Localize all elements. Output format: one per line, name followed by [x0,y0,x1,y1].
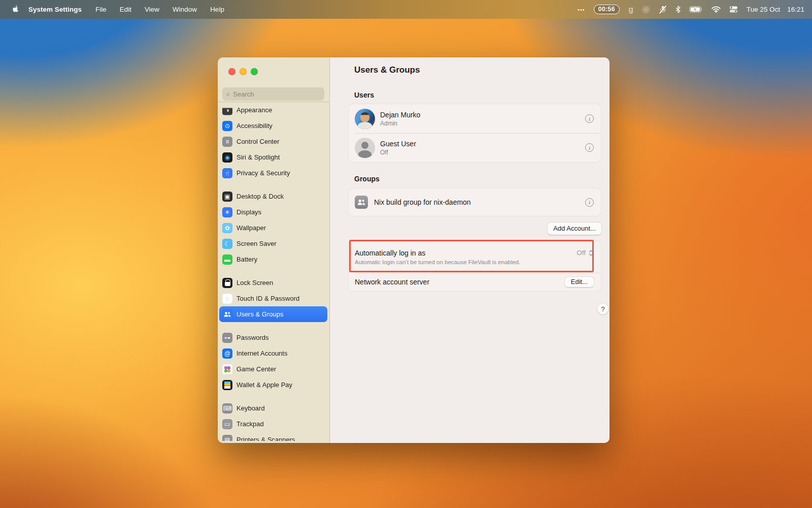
sidebar-item-label: Printers & Scanners [236,436,295,441]
login-options-card: Automatically log in as Off Automatic lo… [348,240,601,292]
sidebar-item-label: Wallet & Apple Pay [236,381,292,389]
sidebar-item-screen-saver[interactable]: ☾Screen Saver [219,236,327,251]
group-row[interactable]: Nix build group for nix-daemoni [349,188,601,216]
airplay-status-icon[interactable] [642,6,650,14]
network-server-label: Network account server [355,278,429,286]
bluetooth-icon[interactable] [675,6,681,13]
menu-bar: System Settings FileEditViewWindowHelp •… [0,0,812,19]
info-icon[interactable]: i [585,198,594,207]
edit-network-server-button[interactable]: Edit... [565,277,594,287]
sidebar-item-label: Lock Screen [236,279,273,287]
sidebar-item-label: Siri & Spotlight [236,153,280,161]
auto-login-value: Off [577,249,586,257]
auto-login-label: Automatically log in as [355,249,425,257]
sidebar-item-label: Wallpaper [236,224,266,232]
sidebar-item-label: Passwords [236,334,269,341]
auto-login-note: Automatic login can’t be turned on becau… [355,259,594,265]
help-button[interactable]: ? [597,303,608,314]
menubar-clock[interactable]: Tue 25 Oct 16:21 [747,6,804,13]
sidebar-item-label: Internet Accounts [236,350,287,357]
battery-icon: ▬ [222,255,232,265]
screen-recording-timer[interactable]: 00:56 [594,5,620,14]
passwords-icon: ⊶ [222,333,232,343]
sidebar-item-label: Displays [236,208,261,216]
sidebar-item-label: Touch ID & Password [236,295,299,302]
sidebar-search[interactable]: ⌕ [222,87,324,101]
screen-saver-icon: ☾ [222,239,232,249]
sidebar-list: ◑Appearance⊙Accessibility≡Control Center… [219,100,327,441]
sidebar-item-displays[interactable]: ☀Displays [219,204,327,220]
sidebar-item-battery[interactable]: ▬Battery [219,251,327,267]
sidebar-item-wallet-apple-pay[interactable]: Wallet & Apple Pay [219,377,327,393]
apple-menu[interactable] [7,5,22,14]
sidebar-item-appearance[interactable]: ◑Appearance [219,102,327,118]
user-row-dejan-murko[interactable]: Dejan MurkoAdmini [349,104,601,133]
desktop-wallpaper: System Settings FileEditViewWindowHelp •… [0,0,812,508]
menu-window[interactable]: Window [166,6,204,13]
control-center-icon[interactable] [729,6,738,13]
more-status-icon[interactable]: ••• [578,7,585,13]
wifi-icon[interactable] [712,6,721,13]
sidebar-item-accessibility[interactable]: ⊙Accessibility [219,118,327,134]
group-icon [355,196,368,209]
sidebar-item-printers-scanners[interactable]: ▤Printers & Scanners [219,432,327,441]
sidebar-item-siri-spotlight[interactable]: ◉Siri & Spotlight [219,149,327,165]
user-row-guest-user[interactable]: Guest UserOffi [349,133,601,162]
auto-login-row: Automatically log in as Off Automatic lo… [349,241,601,273]
sidebar-item-label: Accessibility [236,122,273,130]
user-name: Guest User [380,140,416,148]
zoom-button[interactable] [251,68,258,75]
menubar-time: 16:21 [787,6,804,13]
users-card: Dejan MurkoAdminiGuest UserOffi [348,104,601,163]
users-section-header: Users [354,91,601,99]
apple-logo-icon [11,5,19,14]
sidebar-item-desktop-dock[interactable]: ▣Desktop & Dock [219,188,327,204]
sidebar-item-game-center[interactable]: Game Center [219,361,327,377]
menu-help[interactable]: Help [204,6,231,13]
microphone-muted-icon[interactable] [659,6,667,14]
minimize-button[interactable] [240,68,247,75]
search-input[interactable] [233,90,309,98]
add-account-button[interactable]: Add Account... [548,223,601,235]
sidebar-item-label: Screen Saver [236,240,277,247]
displays-icon: ☀ [222,207,232,217]
menu-view[interactable]: View [138,6,166,13]
menu-edit[interactable]: Edit [113,6,138,13]
sidebar-item-label: Battery [236,256,257,263]
settings-content-pane: Users & Groups Users Dejan MurkoAdminiGu… [330,57,610,443]
user-subtitle: Admin [380,120,420,127]
avatar [355,109,375,129]
keyboard-icon: ⌨ [222,403,232,414]
sidebar-item-keyboard[interactable]: ⌨Keyboard [219,400,327,416]
group-name: Nix build group for nix-daemon [374,198,471,206]
sidebar-item-privacy-security[interactable]: ☝Privacy & Security [219,165,327,181]
info-icon[interactable]: i [585,143,594,152]
auto-login-stepper[interactable] [588,249,594,257]
printers-scanners-icon: ▤ [222,435,232,441]
info-icon[interactable]: i [585,114,594,123]
menu-file[interactable]: File [89,6,113,13]
sidebar-item-trackpad[interactable]: ▭Trackpad [219,416,327,432]
wallpaper-icon: ✿ [222,223,232,233]
sidebar-item-lock-screen[interactable]: Lock Screen [219,275,327,291]
close-button[interactable] [228,68,235,75]
menubar-app-name[interactable]: System Settings [22,6,89,13]
battery-charging-icon[interactable] [689,6,703,13]
sidebar-item-label: Desktop & Dock [236,193,284,200]
game-center-icon [222,364,232,374]
sidebar-item-internet-accounts[interactable]: @Internet Accounts [219,345,327,361]
sidebar-item-users-groups[interactable]: Users & Groups [219,306,327,322]
two-people-icon [357,199,365,206]
status-app-icon[interactable]: ɡ [628,5,633,14]
window-controls [228,68,258,75]
appearance-icon: ◑ [222,105,232,115]
sidebar-item-passwords[interactable]: ⊶Passwords [219,330,327,345]
avatar [355,138,375,158]
wallet-apple-pay-icon [222,380,232,390]
touch-id-icon: ◌ [222,294,232,304]
groups-card: Nix build group for nix-daemoni [348,188,601,216]
control-center-icon: ≡ [222,137,232,147]
sidebar-item-control-center[interactable]: ≡Control Center [219,134,327,149]
sidebar-item-wallpaper[interactable]: ✿Wallpaper [219,220,327,236]
sidebar-item-touch-id-password[interactable]: ◌Touch ID & Password [219,291,327,306]
